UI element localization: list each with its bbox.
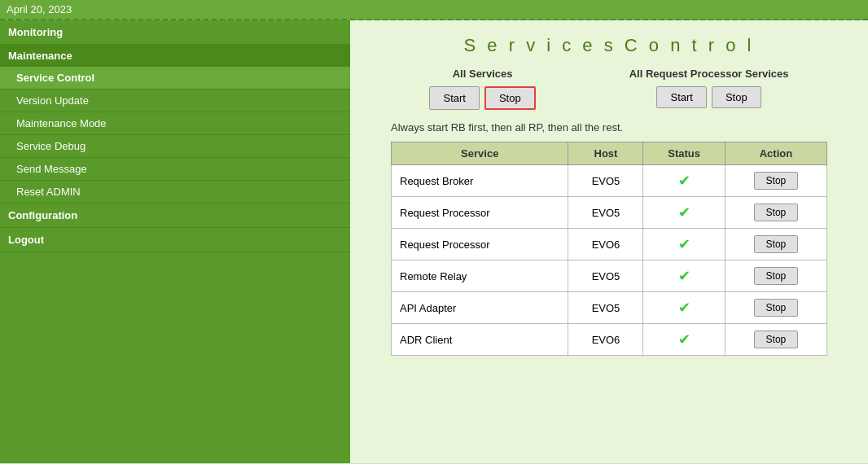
check-icon: ✔ [678, 300, 690, 316]
main-content: S e r v i c e s C o n t r o l All Servic… [350, 20, 868, 463]
cell-host: EVO6 [568, 229, 643, 260]
all-services-stop-button[interactable]: Stop [484, 86, 536, 110]
services-table: Service Host Status Action Request Broke… [391, 142, 827, 356]
check-icon: ✔ [678, 268, 690, 284]
table-row: API AdapterEVO5✔Stop [392, 292, 827, 324]
check-icon: ✔ [678, 173, 690, 189]
row-stop-button-4[interactable]: Stop [754, 299, 799, 317]
table-row: ADR ClientEVO6✔Stop [392, 324, 827, 356]
cell-status: ✔ [643, 260, 725, 292]
cell-status: ✔ [643, 229, 725, 260]
cell-host: EVO5 [568, 260, 643, 292]
sidebar-item-configuration[interactable]: Configuration [0, 204, 350, 228]
cell-action: Stop [725, 324, 826, 356]
cell-host: EVO5 [568, 165, 643, 197]
cell-service: ADR Client [392, 324, 568, 356]
sidebar-item-logout[interactable]: Logout [0, 228, 350, 252]
sidebar-item-service-control[interactable]: Service Control [0, 67, 350, 90]
check-icon: ✔ [678, 236, 690, 252]
row-stop-button-5[interactable]: Stop [754, 330, 799, 348]
sidebar-maintenance-label: Maintenance [0, 45, 350, 67]
col-header-service: Service [392, 142, 568, 165]
check-icon: ✔ [678, 204, 690, 221]
sidebar-item-reset-admin[interactable]: Reset ADMIN [0, 181, 350, 204]
row-stop-button-1[interactable]: Stop [754, 204, 799, 221]
table-row: Request ProcessorEVO5✔Stop [392, 197, 827, 229]
table-row: Request BrokerEVO5✔Stop [392, 165, 827, 197]
all-rp-stop-button[interactable]: Stop [712, 86, 761, 108]
table-row: Remote RelayEVO5✔Stop [392, 260, 827, 292]
row-stop-button-3[interactable]: Stop [754, 267, 799, 285]
all-services-label: All Services [453, 68, 513, 80]
check-icon: ✔ [678, 331, 690, 348]
all-services-btn-group: Start Stop [429, 86, 535, 110]
current-date: April 20, 2023 [7, 3, 72, 15]
cell-service: Remote Relay [392, 260, 568, 292]
row-stop-button-0[interactable]: Stop [754, 172, 799, 190]
cell-action: Stop [725, 197, 826, 229]
cell-service: API Adapter [392, 292, 568, 324]
cell-action: Stop [725, 260, 826, 292]
sidebar-item-monitoring[interactable]: Monitoring [0, 20, 350, 45]
all-rp-services-label: All Request Processor Services [629, 68, 789, 80]
cell-host: EVO5 [568, 197, 643, 229]
cell-status: ✔ [643, 165, 725, 197]
all-rp-services-group: All Request Processor Services Start Sto… [629, 68, 789, 108]
all-services-group: All Services Start Stop [429, 68, 535, 110]
services-controls: All Services Start Stop All Request Proc… [350, 68, 868, 110]
cell-status: ✔ [643, 197, 725, 229]
sidebar-item-service-debug[interactable]: Service Debug [0, 135, 350, 158]
cell-host: EVO5 [568, 292, 643, 324]
all-rp-services-btn-group: Start Stop [656, 86, 761, 108]
cell-service: Request Processor [392, 197, 568, 229]
cell-action: Stop [725, 229, 826, 260]
hint-text: Always start RB first, then all RP, then… [350, 121, 868, 134]
cell-action: Stop [725, 165, 826, 197]
cell-status: ✔ [643, 324, 725, 356]
sidebar-item-version-update[interactable]: Version Update [0, 90, 350, 112]
cell-action: Stop [725, 292, 826, 324]
sidebar-item-maintenance-mode[interactable]: Maintenance Mode [0, 112, 350, 135]
col-header-action: Action [725, 142, 826, 165]
col-header-host: Host [568, 142, 643, 165]
cell-service: Request Processor [392, 229, 568, 260]
all-rp-start-button[interactable]: Start [656, 86, 706, 108]
sidebar: Monitoring Maintenance Service Control V… [0, 20, 350, 463]
top-bar: April 20, 2023 [0, 0, 868, 20]
table-row: Request ProcessorEVO6✔Stop [392, 229, 827, 260]
col-header-status: Status [643, 142, 725, 165]
all-services-start-button[interactable]: Start [429, 86, 479, 110]
cell-status: ✔ [643, 292, 725, 324]
cell-service: Request Broker [392, 165, 568, 197]
sidebar-item-send-message[interactable]: Send Message [0, 158, 350, 181]
page-title: S e r v i c e s C o n t r o l [350, 20, 868, 68]
cell-host: EVO6 [568, 324, 643, 356]
row-stop-button-2[interactable]: Stop [754, 235, 799, 253]
